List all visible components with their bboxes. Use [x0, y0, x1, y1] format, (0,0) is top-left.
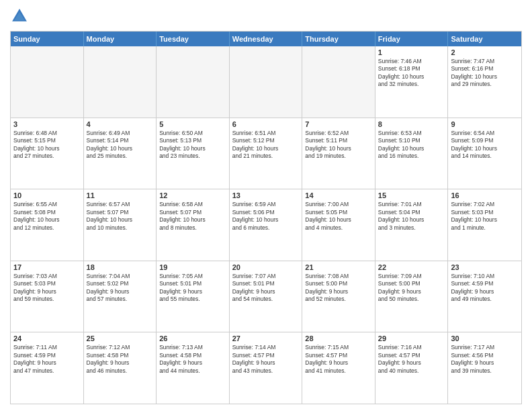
calendar-day-21: 21Sunrise: 7:08 AM Sunset: 5:00 PM Dayli… [302, 261, 375, 332]
calendar-day-29: 29Sunrise: 7:16 AM Sunset: 4:57 PM Dayli… [375, 332, 449, 404]
day-info: Sunrise: 7:05 AM Sunset: 5:01 PM Dayligh… [159, 273, 226, 304]
header-day-saturday: Saturday [448, 32, 521, 46]
day-number: 28 [305, 334, 372, 342]
day-info: Sunrise: 7:09 AM Sunset: 5:00 PM Dayligh… [378, 273, 445, 304]
calendar-day-9: 9Sunrise: 6:54 AM Sunset: 5:09 PM Daylig… [448, 118, 521, 189]
empty-cell [157, 46, 230, 118]
day-info: Sunrise: 7:11 AM Sunset: 4:59 PM Dayligh… [13, 344, 81, 375]
day-info: Sunrise: 7:17 AM Sunset: 4:56 PM Dayligh… [451, 344, 519, 375]
day-info: Sunrise: 7:12 AM Sunset: 4:58 PM Dayligh… [87, 344, 154, 375]
calendar-day-15: 15Sunrise: 7:01 AM Sunset: 5:04 PM Dayli… [375, 189, 449, 261]
day-number: 27 [232, 334, 300, 342]
calendar-week-3: 10Sunrise: 6:55 AM Sunset: 5:08 PM Dayli… [11, 189, 521, 261]
day-info: Sunrise: 6:48 AM Sunset: 5:15 PM Dayligh… [13, 130, 81, 161]
calendar-day-18: 18Sunrise: 7:04 AM Sunset: 5:02 PM Dayli… [84, 261, 157, 332]
calendar-day-10: 10Sunrise: 6:55 AM Sunset: 5:08 PM Dayli… [11, 189, 84, 261]
day-number: 22 [378, 263, 445, 271]
calendar-day-12: 12Sunrise: 6:58 AM Sunset: 5:07 PM Dayli… [157, 189, 230, 261]
calendar-day-16: 16Sunrise: 7:02 AM Sunset: 5:03 PM Dayli… [448, 189, 521, 261]
page: SundayMondayTuesdayWednesdayThursdayFrid… [0, 0, 532, 411]
day-info: Sunrise: 7:46 AM Sunset: 6:18 PM Dayligh… [378, 58, 445, 89]
calendar-day-19: 19Sunrise: 7:05 AM Sunset: 5:01 PM Dayli… [157, 261, 230, 332]
calendar-day-3: 3Sunrise: 6:48 AM Sunset: 5:15 PM Daylig… [11, 118, 84, 189]
calendar-week-1: 1Sunrise: 7:46 AM Sunset: 6:18 PM Daylig… [11, 46, 521, 118]
day-number: 11 [87, 191, 154, 199]
day-number: 8 [378, 120, 445, 128]
calendar-day-1: 1Sunrise: 7:46 AM Sunset: 6:18 PM Daylig… [375, 46, 449, 118]
calendar-day-8: 8Sunrise: 6:53 AM Sunset: 5:10 PM Daylig… [375, 118, 449, 189]
day-number: 5 [159, 120, 226, 128]
day-info: Sunrise: 7:04 AM Sunset: 5:02 PM Dayligh… [87, 273, 154, 304]
calendar-day-7: 7Sunrise: 6:52 AM Sunset: 5:11 PM Daylig… [302, 118, 375, 189]
calendar-day-28: 28Sunrise: 7:15 AM Sunset: 4:57 PM Dayli… [302, 332, 375, 404]
day-number: 14 [305, 191, 372, 199]
calendar-day-17: 17Sunrise: 7:03 AM Sunset: 5:03 PM Dayli… [11, 261, 84, 332]
calendar-day-27: 27Sunrise: 7:14 AM Sunset: 4:57 PM Dayli… [230, 332, 303, 404]
day-info: Sunrise: 6:55 AM Sunset: 5:08 PM Dayligh… [13, 201, 81, 232]
calendar-day-22: 22Sunrise: 7:09 AM Sunset: 5:00 PM Dayli… [375, 261, 449, 332]
day-info: Sunrise: 7:02 AM Sunset: 5:03 PM Dayligh… [451, 201, 519, 232]
day-info: Sunrise: 7:03 AM Sunset: 5:03 PM Dayligh… [13, 273, 81, 304]
calendar-day-30: 30Sunrise: 7:17 AM Sunset: 4:56 PM Dayli… [448, 332, 521, 404]
logo [10, 7, 32, 26]
day-number: 23 [451, 263, 519, 271]
calendar-day-4: 4Sunrise: 6:49 AM Sunset: 5:14 PM Daylig… [84, 118, 157, 189]
day-info: Sunrise: 6:54 AM Sunset: 5:09 PM Dayligh… [451, 130, 519, 161]
day-info: Sunrise: 7:10 AM Sunset: 4:59 PM Dayligh… [451, 273, 519, 304]
header-day-wednesday: Wednesday [230, 32, 303, 46]
empty-cell [230, 46, 303, 118]
empty-cell [302, 46, 375, 118]
header-day-friday: Friday [375, 32, 449, 46]
empty-cell [11, 46, 84, 118]
day-number: 7 [305, 120, 372, 128]
day-info: Sunrise: 7:08 AM Sunset: 5:00 PM Dayligh… [305, 273, 372, 304]
day-number: 20 [232, 263, 300, 271]
day-info: Sunrise: 7:00 AM Sunset: 5:05 PM Dayligh… [305, 201, 372, 232]
day-info: Sunrise: 6:50 AM Sunset: 5:13 PM Dayligh… [159, 130, 226, 161]
calendar-day-13: 13Sunrise: 6:59 AM Sunset: 5:06 PM Dayli… [230, 189, 303, 261]
calendar-week-5: 24Sunrise: 7:11 AM Sunset: 4:59 PM Dayli… [11, 332, 521, 404]
day-number: 9 [451, 120, 519, 128]
day-info: Sunrise: 6:49 AM Sunset: 5:14 PM Dayligh… [87, 130, 154, 161]
calendar-header: SundayMondayTuesdayWednesdayThursdayFrid… [11, 32, 521, 46]
day-number: 10 [13, 191, 81, 199]
day-info: Sunrise: 7:16 AM Sunset: 4:57 PM Dayligh… [378, 344, 445, 375]
header-day-tuesday: Tuesday [157, 32, 230, 46]
empty-cell [84, 46, 157, 118]
calendar-day-5: 5Sunrise: 6:50 AM Sunset: 5:13 PM Daylig… [157, 118, 230, 189]
day-info: Sunrise: 7:07 AM Sunset: 5:01 PM Dayligh… [232, 273, 300, 304]
day-info: Sunrise: 6:57 AM Sunset: 5:07 PM Dayligh… [87, 201, 154, 232]
calendar-day-23: 23Sunrise: 7:10 AM Sunset: 4:59 PM Dayli… [448, 261, 521, 332]
logo-icon [10, 7, 29, 26]
calendar-day-11: 11Sunrise: 6:57 AM Sunset: 5:07 PM Dayli… [84, 189, 157, 261]
calendar-day-26: 26Sunrise: 7:13 AM Sunset: 4:58 PM Dayli… [157, 332, 230, 404]
calendar-day-25: 25Sunrise: 7:12 AM Sunset: 4:58 PM Dayli… [84, 332, 157, 404]
day-number: 26 [159, 334, 226, 342]
day-number: 29 [378, 334, 445, 342]
day-number: 15 [378, 191, 445, 199]
day-number: 13 [232, 191, 300, 199]
day-info: Sunrise: 7:13 AM Sunset: 4:58 PM Dayligh… [159, 344, 226, 375]
day-info: Sunrise: 7:14 AM Sunset: 4:57 PM Dayligh… [232, 344, 300, 375]
day-info: Sunrise: 6:59 AM Sunset: 5:06 PM Dayligh… [232, 201, 300, 232]
day-number: 19 [159, 263, 226, 271]
day-number: 16 [451, 191, 519, 199]
calendar-week-4: 17Sunrise: 7:03 AM Sunset: 5:03 PM Dayli… [11, 261, 521, 333]
calendar-day-2: 2Sunrise: 7:47 AM Sunset: 6:16 PM Daylig… [448, 46, 521, 118]
day-info: Sunrise: 6:53 AM Sunset: 5:10 PM Dayligh… [378, 130, 445, 161]
day-number: 2 [451, 48, 519, 56]
day-number: 18 [87, 263, 154, 271]
day-number: 12 [159, 191, 226, 199]
day-number: 4 [87, 120, 154, 128]
day-info: Sunrise: 6:52 AM Sunset: 5:11 PM Dayligh… [305, 130, 372, 161]
day-number: 3 [13, 120, 81, 128]
calendar-day-20: 20Sunrise: 7:07 AM Sunset: 5:01 PM Dayli… [230, 261, 303, 332]
day-info: Sunrise: 6:51 AM Sunset: 5:12 PM Dayligh… [232, 130, 300, 161]
day-number: 25 [87, 334, 154, 342]
day-info: Sunrise: 7:47 AM Sunset: 6:16 PM Dayligh… [451, 58, 519, 89]
header-day-sunday: Sunday [11, 32, 84, 46]
day-info: Sunrise: 6:58 AM Sunset: 5:07 PM Dayligh… [159, 201, 226, 232]
calendar-week-2: 3Sunrise: 6:48 AM Sunset: 5:15 PM Daylig… [11, 118, 521, 190]
header-day-monday: Monday [84, 32, 157, 46]
day-info: Sunrise: 7:15 AM Sunset: 4:57 PM Dayligh… [305, 344, 372, 375]
